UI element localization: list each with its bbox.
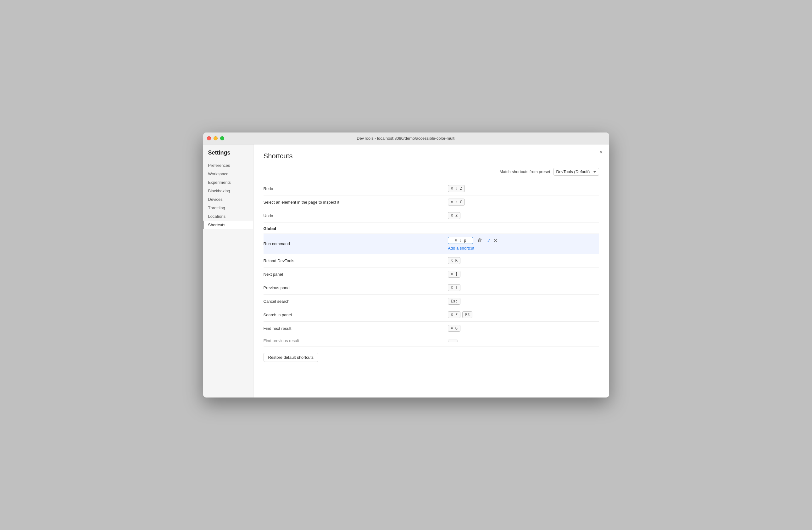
table-row-cancel-search: Cancel search Esc	[263, 295, 599, 308]
page-title: Shortcuts	[263, 152, 599, 160]
key-badge: ⌘ [	[448, 284, 460, 291]
shortcut-keys-cell: ⌘ ]	[448, 267, 599, 281]
sidebar-item-blackboxing[interactable]: Blackboxing	[203, 187, 253, 195]
shortcuts-table: Redo ⌘ ⇧ Z Select an element in the page…	[263, 182, 599, 347]
shortcut-keys-cell: ⌘ Z	[448, 209, 599, 223]
titlebar: DevTools - localhost:8080/demo/accessibl…	[203, 132, 609, 144]
preset-select[interactable]: DevTools (Default) Visual Studio Code	[553, 168, 599, 176]
table-row-reload-devtools: Reload DevTools ⌥ R	[263, 254, 599, 267]
key-badge: ⌘ ⇧ Z	[448, 185, 465, 192]
shortcut-keys-cell: ⌘ G	[448, 322, 599, 335]
shortcut-keys: ⌘ [	[448, 284, 599, 291]
shortcut-keys: Esc	[448, 298, 599, 305]
shortcut-keys-cell: Esc	[448, 295, 599, 308]
sidebar-item-shortcuts[interactable]: Shortcuts	[203, 221, 253, 229]
shortcut-name: Select an element in the page to inspect…	[263, 195, 448, 209]
shortcut-keys: ⌘ G	[448, 325, 599, 332]
preset-row: Match shortcuts from preset DevTools (De…	[263, 168, 599, 176]
shortcut-keys-cell: ⌥ R	[448, 254, 599, 267]
shortcut-name: Next panel	[263, 267, 448, 281]
table-row: Redo ⌘ ⇧ Z	[263, 182, 599, 195]
shortcut-keys: ⌘ ⇧ Z	[448, 185, 599, 192]
shortcut-keys-cell	[448, 335, 599, 347]
confirm-buttons: ✓ ✕	[487, 238, 497, 243]
confirm-button[interactable]: ✓	[487, 238, 491, 243]
shortcut-name: Run command	[263, 234, 448, 254]
shortcut-name: Find previous result	[263, 335, 448, 347]
shortcut-keys: ⌘ ]	[448, 271, 599, 278]
shortcut-keys-cell-editing: ⌘ ⇧ p 🗑 ✓ ✕ Add a shortcut	[448, 234, 599, 254]
shortcut-keys-cell: ⌘ ⇧ C	[448, 195, 599, 209]
sidebar: Settings Preferences Workspace Experimen…	[203, 144, 253, 398]
shortcut-keys: ⌥ R	[448, 257, 599, 264]
sidebar-item-preferences[interactable]: Preferences	[203, 161, 253, 170]
shortcut-name: Find next result	[263, 322, 448, 335]
shortcut-keys-cell: ⌘ [	[448, 281, 599, 295]
delete-shortcut-button[interactable]: 🗑	[476, 237, 484, 244]
table-row-next-panel: Next panel ⌘ ]	[263, 267, 599, 281]
shortcut-name: Undo	[263, 209, 448, 223]
key-input[interactable]: ⌘ ⇧ p	[448, 237, 473, 244]
shortcut-keys: ⌘ ⇧ C	[448, 199, 599, 206]
key-badge: ⌘ ⇧ C	[448, 199, 465, 206]
key-badge: Esc	[448, 298, 460, 305]
table-row: Undo ⌘ Z	[263, 209, 599, 223]
window-title: DevTools - localhost:8080/demo/accessibl…	[357, 136, 455, 141]
minimize-button[interactable]	[214, 136, 218, 140]
section-header-global: Global	[263, 223, 599, 234]
main-content: × Shortcuts Match shortcuts from preset …	[253, 144, 609, 398]
shortcut-name: Cancel search	[263, 295, 448, 308]
shortcut-name: Previous panel	[263, 281, 448, 295]
settings-close-button[interactable]: ×	[599, 150, 603, 155]
shortcut-keys: ⌘ F F3	[448, 311, 599, 318]
devtools-window: DevTools - localhost:8080/demo/accessibl…	[203, 132, 609, 398]
sidebar-item-locations[interactable]: Locations	[203, 212, 253, 221]
shortcut-keys	[448, 339, 599, 342]
table-row-search-in-panel: Search in panel ⌘ F F3	[263, 308, 599, 322]
section-header-label: Global	[263, 223, 599, 234]
close-button[interactable]	[207, 136, 211, 140]
traffic-lights	[207, 136, 224, 140]
table-row-run-command: Run command ⌘ ⇧ p 🗑 ✓ ✕	[263, 234, 599, 254]
key-badge: ⌥ R	[448, 257, 460, 264]
maximize-button[interactable]	[220, 136, 224, 140]
shortcut-name: Reload DevTools	[263, 254, 448, 267]
shortcut-name: Redo	[263, 182, 448, 195]
sidebar-heading: Settings	[203, 150, 253, 161]
table-row-find-next: Find next result ⌘ G	[263, 322, 599, 335]
cancel-edit-button[interactable]: ✕	[493, 238, 497, 243]
key-badge-cmd-f: ⌘ F	[448, 311, 460, 318]
key-badge: ⌘ G	[448, 325, 460, 332]
editing-area: ⌘ ⇧ p 🗑 ✓ ✕ Add a shortcut	[448, 237, 599, 251]
sidebar-item-devices[interactable]: Devices	[203, 195, 253, 204]
editing-row: ⌘ ⇧ p 🗑 ✓ ✕	[448, 237, 599, 244]
table-row-find-prev: Find previous result	[263, 335, 599, 347]
shortcut-keys: ⌘ Z	[448, 212, 599, 219]
table-row: Select an element in the page to inspect…	[263, 195, 599, 209]
key-badge-f3: F3	[462, 311, 472, 318]
content-area: Settings Preferences Workspace Experimen…	[203, 144, 609, 398]
key-badge: ⌘ Z	[448, 212, 460, 219]
shortcut-name: Search in panel	[263, 308, 448, 322]
add-shortcut-link[interactable]: Add a shortcut	[448, 246, 599, 251]
sidebar-item-throttling[interactable]: Throttling	[203, 204, 253, 212]
shortcut-keys-cell: ⌘ ⇧ Z	[448, 182, 599, 195]
shortcut-keys-cell: ⌘ F F3	[448, 308, 599, 322]
key-badge	[448, 339, 458, 342]
sidebar-item-workspace[interactable]: Workspace	[203, 170, 253, 178]
preset-label: Match shortcuts from preset	[499, 169, 550, 174]
key-badge: ⌘ ]	[448, 271, 460, 278]
restore-defaults-button[interactable]: Restore default shortcuts	[263, 353, 319, 362]
table-row-previous-panel: Previous panel ⌘ [	[263, 281, 599, 295]
sidebar-item-experiments[interactable]: Experiments	[203, 178, 253, 187]
